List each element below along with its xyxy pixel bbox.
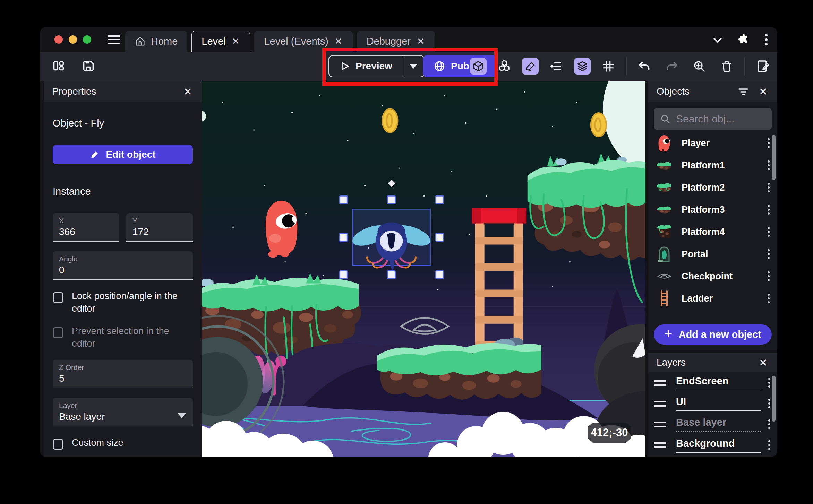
drag-handle-icon[interactable] [654,422,668,427]
object-row-ladder[interactable]: Ladder [648,287,777,310]
more-options-kebab-icon[interactable] [764,33,769,47]
drag-handle-icon[interactable] [654,442,668,448]
y-field-label: Y [132,217,187,225]
toggle-3d-view-icon[interactable] [470,58,487,75]
layer-row-background[interactable]: Background [648,435,777,455]
lock-position-checkbox[interactable] [53,292,63,303]
object-name: Platform4 [682,227,765,237]
object-kebab-icon[interactable] [765,203,772,217]
z-order-field[interactable]: Z Order [53,360,193,388]
toggle-panels-icon[interactable] [49,56,68,76]
z-order-field-input[interactable] [59,373,187,384]
object-kebab-icon[interactable] [765,158,772,172]
coin[interactable] [382,109,397,132]
angle-field-input[interactable] [59,264,187,276]
drag-handle-icon[interactable] [654,380,668,386]
object-row-portal[interactable]: Portal [648,243,777,265]
layers-scrollbar[interactable] [772,376,776,422]
redo-icon[interactable] [662,57,682,76]
x-field-input[interactable] [59,226,113,237]
close-window-button[interactable] [54,35,63,44]
close-layers-icon[interactable]: ✕ [758,357,769,369]
close-tab-icon[interactable]: ✕ [334,36,343,47]
tab-home[interactable]: Home [125,31,187,52]
scene-notes-icon[interactable] [753,57,772,76]
extensions-puzzle-icon[interactable] [737,34,750,46]
window-controls[interactable] [54,35,91,44]
coin[interactable] [591,113,606,137]
add-new-object-button[interactable]: + Add a new object [654,324,772,345]
maximize-window-button[interactable] [83,35,91,44]
objects-cubes-icon[interactable] [495,57,514,76]
object-kebab-icon[interactable] [765,225,772,239]
object-kebab-icon[interactable] [765,181,772,194]
play-icon [340,61,350,71]
save-icon[interactable] [79,56,98,76]
layer-select-label: Layer [59,401,187,410]
chevron-down-icon[interactable] [712,34,724,46]
lock-position-label: Lock position/angle in the editor [72,290,193,315]
pencil-icon [90,150,100,159]
layer-select[interactable]: Layer Base layer [53,398,193,426]
layer-row-base-layer[interactable]: Base layer [648,414,777,435]
close-objects-icon[interactable]: ✕ [758,86,769,98]
filter-icon[interactable] [738,87,748,96]
object-row-player[interactable]: Player [648,132,777,154]
instances-list-icon[interactable] [547,57,566,76]
object-row-platform1[interactable]: Platform1 [648,154,777,176]
object-name: Platform3 [682,205,765,215]
objects-search-input[interactable] [676,113,765,125]
x-field[interactable]: X [53,213,119,242]
instance-heading: Instance [53,186,193,197]
preview-options-dropdown[interactable] [403,55,425,77]
main-menu-hamburger-icon[interactable] [108,34,120,45]
y-field[interactable]: Y [126,213,193,242]
objects-search[interactable] [654,108,772,130]
objects-scrollbar[interactable] [772,135,776,180]
home-icon [135,36,145,46]
object-row-platform4[interactable]: Platform4 [648,221,777,243]
layer-row-ui[interactable]: UI [648,393,777,414]
prevent-selection-checkbox[interactable] [53,327,63,338]
close-properties-icon[interactable]: ✕ [182,86,194,98]
object-row-platform3[interactable]: Platform3 [648,199,777,221]
object-kebab-icon[interactable] [765,247,772,261]
zoom-in-icon[interactable] [690,57,709,76]
y-field-input[interactable] [132,226,187,237]
player-sprite[interactable] [266,201,298,258]
custom-size-checkbox[interactable] [53,439,63,450]
preview-button[interactable]: Preview [328,55,403,77]
object-row-platform2[interactable]: Platform2 [648,176,777,199]
layer-name: Base layer [676,417,726,428]
layer-row-endscreen[interactable]: EndScreen [648,372,777,393]
grid-icon[interactable] [599,57,618,76]
scene-canvas[interactable]: 412;-30 [202,81,645,457]
object-kebab-icon[interactable] [765,136,772,150]
layers-stack-icon[interactable] [574,58,591,75]
tab-level[interactable]: Level ✕ [191,31,250,52]
layer-name: Background [676,438,735,449]
cursor-coordinates-badge: 412;-30 [588,423,631,443]
undo-icon[interactable] [635,57,654,76]
objects-list: Player Platform1 Platfor [648,132,777,310]
angle-field-label: Angle [59,255,187,263]
layer-kebab-icon[interactable] [766,438,772,452]
edit-object-button[interactable]: Edit object [53,145,193,164]
object-kebab-icon[interactable] [765,292,772,305]
object-name: Player [682,138,765,149]
prevent-selection-label: Prevent selection in the editor [72,325,193,350]
layers-title: Layers [657,357,686,368]
tab-level-events[interactable]: Level (Events) ✕ [254,31,352,52]
trash-icon[interactable] [717,57,736,76]
platform4-thumbnail [656,223,673,241]
close-tab-icon[interactable]: ✕ [231,36,240,47]
properties-title: Properties [52,86,96,97]
minimize-window-button[interactable] [69,35,77,44]
angle-field[interactable]: Angle [53,251,193,280]
edit-mode-pencil-icon[interactable] [522,58,539,75]
tab-debugger[interactable]: Debugger ✕ [357,31,435,52]
drag-handle-icon[interactable] [654,401,668,407]
close-tab-icon[interactable]: ✕ [416,36,425,47]
object-kebab-icon[interactable] [765,269,772,283]
object-row-checkpoint[interactable]: Checkpoint [648,265,777,287]
